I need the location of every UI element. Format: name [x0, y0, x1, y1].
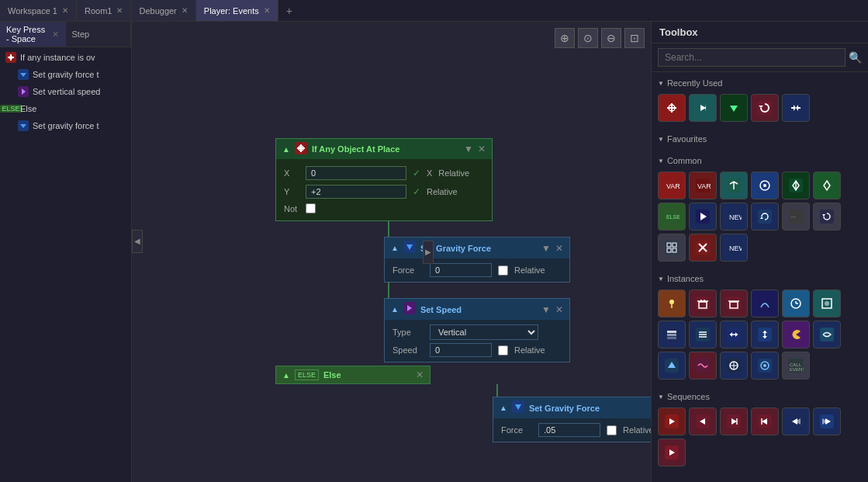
sg2-dropdown[interactable]: ▼ — [650, 403, 651, 414]
list-item[interactable]: Set gravity force t — [0, 117, 131, 134]
toolbox-icon-destroy[interactable] — [689, 290, 717, 317]
toolbox-icon-seq-play2[interactable] — [658, 439, 686, 466]
toolbox-icon-wave[interactable] — [689, 352, 717, 380]
connector-1 — [388, 221, 389, 237]
toolbox-icon-comment[interactable]: ··· — [782, 203, 810, 231]
right-collapse-button[interactable]: ▶ — [423, 241, 434, 264]
tab-player-events-close[interactable]: ✕ — [264, 6, 270, 15]
toolbox-icon-layer[interactable] — [658, 321, 686, 348]
tab-player-events-label: Player: Events — [204, 6, 259, 16]
toolbox-icon-list[interactable] — [689, 321, 717, 348]
toolbox-icon-break[interactable] — [689, 234, 717, 262]
toolbox-icon-path[interactable] — [751, 290, 779, 317]
toolbox-icon-gravity[interactable] — [720, 94, 748, 122]
toolbox-icon-seq-end[interactable] — [813, 407, 841, 435]
toolbox-icon-play[interactable] — [689, 203, 717, 231]
toolbox-icon-target2[interactable] — [751, 352, 779, 380]
toolbox-icon-up[interactable] — [658, 352, 686, 380]
fit-button[interactable]: ⊡ — [624, 28, 645, 48]
toolbox-icon-if-obj[interactable] — [658, 94, 686, 122]
toolbox-icon-move[interactable] — [782, 172, 810, 199]
toolbox-icon-move2[interactable] — [813, 172, 841, 199]
if-block-collapse[interactable]: ▲ — [282, 145, 290, 154]
tab-room1-close[interactable]: ✕ — [116, 6, 123, 15]
tab-debugger[interactable]: Debugger ✕ — [131, 0, 195, 21]
toolbox-icon-seq-back[interactable] — [689, 407, 717, 435]
ss-speed-input[interactable] — [430, 343, 492, 357]
toolbox-icon-wrap[interactable] — [813, 321, 841, 348]
event-tab-keypress-close[interactable]: ✕ — [52, 29, 59, 40]
event-tab-keypress[interactable]: Key Press - Space ✕ — [0, 22, 66, 47]
toolbox-icon-spread2[interactable] — [782, 94, 810, 122]
toolbox-icon-destroy2[interactable] — [720, 290, 748, 317]
sequences-header[interactable]: ▼ Sequences — [652, 389, 868, 404]
ss-close[interactable]: ✕ — [555, 304, 563, 315]
else-collapse[interactable]: ▲ — [282, 371, 290, 380]
toolbox-icon-spread[interactable] — [720, 321, 748, 348]
sg2-force-input[interactable] — [538, 423, 600, 437]
add-tab-button[interactable]: + — [278, 5, 300, 17]
favourites-header[interactable]: ▼ Favourites — [652, 131, 868, 147]
toolbox-icon-mask[interactable] — [813, 290, 841, 317]
toolbox-icon-var-get[interactable]: VAR — [689, 172, 717, 199]
if-block-dropdown[interactable]: ▼ — [464, 144, 473, 154]
sg1-force-input[interactable] — [430, 263, 492, 277]
toolbox-icon-new-obj[interactable]: NEW — [720, 203, 748, 231]
arrow-down-icon2 — [17, 120, 29, 132]
list-item[interactable]: Set gravity force t — [0, 66, 131, 83]
toolbox-icon-seq-start[interactable] — [782, 407, 810, 435]
toolbox-icon-else[interactable]: ELSE — [658, 203, 686, 231]
toolbox-icon-call[interactable] — [720, 172, 748, 199]
sg2-relative-checkbox[interactable] — [607, 425, 617, 435]
sg2-collapse[interactable]: ▲ — [500, 404, 507, 412]
left-collapse-button[interactable]: ◀ — [132, 230, 143, 253]
toolbox-icon-move3[interactable] — [751, 321, 779, 348]
toolbox-icon-alarm[interactable] — [782, 290, 810, 317]
ss-relative-checkbox[interactable] — [498, 345, 508, 355]
common-header[interactable]: ▼ Common — [652, 153, 868, 168]
toolbox-icon-create[interactable] — [658, 290, 686, 317]
toolbox-icon-step[interactable] — [689, 94, 717, 122]
toolbox-icon-call-event[interactable]: CALLEVENT — [782, 352, 810, 380]
event-tab-step[interactable]: Step — [66, 22, 132, 47]
tab-workspace1[interactable]: Workspace 1 ✕ — [0, 0, 77, 21]
toolbox-icon-pick[interactable] — [720, 352, 748, 380]
zoom-reset-button[interactable]: ⊙ — [578, 28, 598, 48]
instances-header[interactable]: ▼ Instances — [652, 271, 868, 286]
tab-player-events[interactable]: Player: Events ✕ — [196, 0, 278, 21]
list-item[interactable]: If any instance is ov — [0, 49, 131, 66]
if-y-input[interactable] — [306, 185, 406, 199]
toolbox-icon-restart[interactable] — [813, 203, 841, 231]
toolbox-icon-var-set[interactable]: VAR — [658, 172, 686, 199]
ss-type-select[interactable]: Vertical — [430, 324, 538, 340]
event-tab-keypress-label: Key Press - Space — [6, 25, 49, 43]
recently-used-header[interactable]: ▼ Recently Used — [652, 75, 868, 91]
toolbox-icon-pac[interactable] — [782, 321, 810, 348]
toolbox-icon-group[interactable] — [658, 234, 686, 262]
if-block-close[interactable]: ✕ — [478, 144, 486, 154]
list-item[interactable]: Set vertical speed — [0, 83, 131, 100]
if-x-input[interactable] — [306, 166, 406, 180]
toolbox-icon-target[interactable] — [751, 172, 779, 199]
toolbox-icon-new2[interactable]: NEW — [720, 234, 748, 262]
sg1-dropdown[interactable]: ▼ — [541, 243, 551, 254]
sg1-relative-checkbox[interactable] — [498, 265, 508, 276]
toolbox-icon-reset[interactable] — [751, 94, 779, 122]
sg1-close[interactable]: ✕ — [555, 243, 563, 254]
toolbox-icon-repeat[interactable] — [751, 203, 779, 231]
zoom-in-button[interactable]: ⊕ — [555, 28, 575, 48]
toolbox-search-input[interactable] — [658, 48, 846, 67]
sg1-collapse[interactable]: ▲ — [391, 244, 399, 252]
if-not-checkbox[interactable] — [306, 203, 316, 213]
else-close[interactable]: ✕ — [416, 369, 424, 380]
list-item[interactable]: ELSE Else — [0, 100, 131, 117]
ss-collapse[interactable]: ▲ — [391, 305, 399, 314]
toolbox-icon-seq-rev[interactable] — [751, 407, 779, 435]
zoom-out-button[interactable]: ⊖ — [601, 28, 621, 48]
tab-room1[interactable]: Room1 ✕ — [77, 0, 131, 21]
toolbox-icon-seq-play[interactable] — [658, 407, 686, 435]
tab-debugger-close[interactable]: ✕ — [182, 6, 188, 15]
toolbox-icon-seq-fwd[interactable] — [720, 407, 748, 435]
tab-workspace1-close[interactable]: ✕ — [62, 6, 68, 15]
ss-dropdown[interactable]: ▼ — [541, 304, 551, 315]
